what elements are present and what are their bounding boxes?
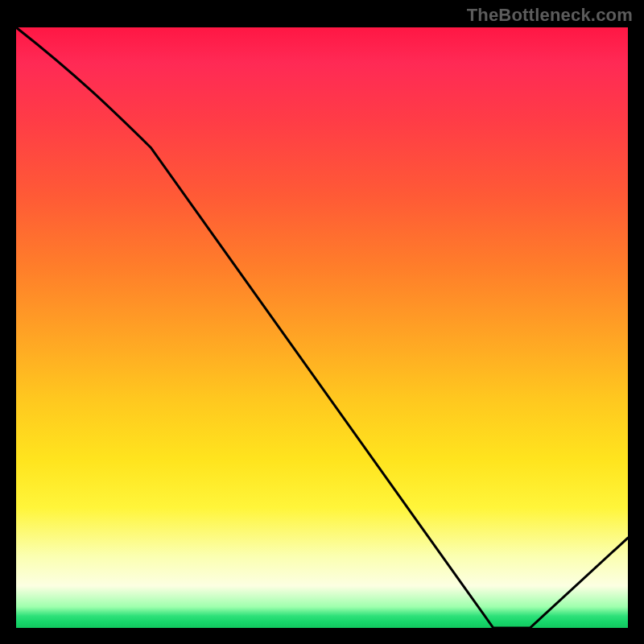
attribution-text: TheBottleneck.com (467, 5, 633, 26)
chart-stage: TheBottleneck.com (0, 0, 644, 644)
heat-gradient (16, 27, 628, 628)
plot-area (16, 27, 628, 628)
